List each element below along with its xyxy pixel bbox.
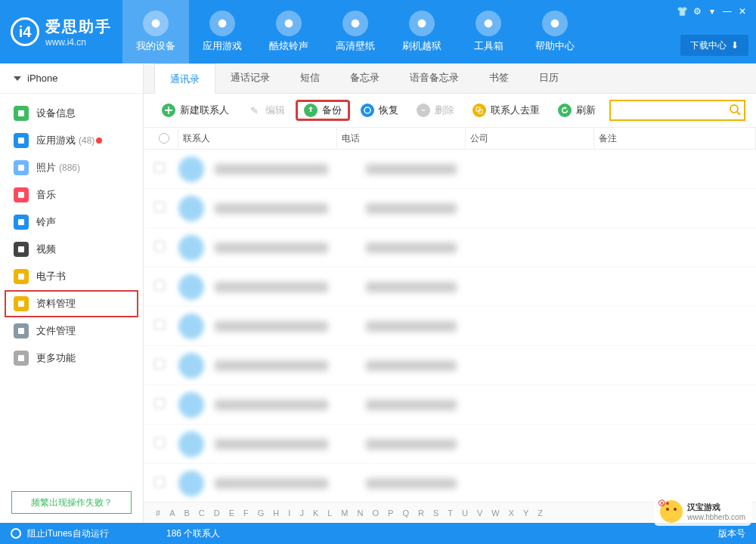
topnav-wrench[interactable]: 工具箱 — [455, 0, 522, 63]
shirt-icon[interactable]: 👕 — [674, 5, 689, 18]
new-contact-button[interactable]: 新建联系人 — [154, 100, 237, 120]
sidebar-count: (48) — [79, 135, 94, 146]
row-checkbox[interactable] — [154, 398, 178, 411]
sidebar-item-1[interactable]: 应用游戏(48) — [0, 127, 143, 154]
alpha-N[interactable]: N — [353, 508, 368, 518]
avatar — [178, 235, 204, 261]
col-remark[interactable]: 备注 — [594, 128, 756, 149]
col-phone[interactable]: 电话 — [337, 128, 466, 149]
tab-4[interactable]: 语音备忘录 — [395, 63, 474, 93]
row-checkbox[interactable] — [154, 202, 178, 215]
alpha-J[interactable]: J — [295, 508, 308, 518]
topnav-info[interactable]: 帮助中心 — [522, 0, 588, 63]
alpha-I[interactable]: I — [284, 508, 295, 518]
alpha-U[interactable]: U — [457, 508, 472, 518]
table-row[interactable] — [144, 425, 756, 464]
delete-button[interactable]: 删除 — [409, 100, 462, 120]
table-row[interactable] — [144, 385, 756, 425]
alpha-H[interactable]: H — [268, 508, 284, 518]
alpha-P[interactable]: P — [383, 508, 398, 518]
alpha-R[interactable]: R — [414, 508, 429, 518]
backup-button[interactable]: 备份 — [296, 100, 350, 121]
edit-button[interactable]: ✎ 编辑 — [240, 100, 293, 120]
topnav-app[interactable]: 应用游戏 — [189, 0, 256, 63]
alpha-G[interactable]: G — [253, 508, 269, 518]
restore-button[interactable]: 恢复 — [353, 100, 406, 120]
settings-icon[interactable]: ⚙ — [689, 5, 705, 18]
topnav-box[interactable]: 刷机越狱 — [389, 0, 455, 63]
search-box[interactable] — [609, 100, 745, 121]
delete-label: 删除 — [435, 104, 454, 117]
alpha-E[interactable]: E — [225, 508, 239, 518]
table-row[interactable] — [144, 228, 756, 267]
alpha-L[interactable]: L — [323, 508, 336, 518]
search-input[interactable] — [615, 105, 729, 116]
dropdown-icon[interactable]: ▾ — [705, 5, 720, 18]
sidebar-item-2[interactable]: 照片(886) — [0, 154, 143, 181]
sidebar-item-8[interactable]: 文件管理 — [0, 317, 143, 345]
alpha-C[interactable]: C — [194, 508, 209, 518]
avatar — [178, 274, 204, 300]
alpha-T[interactable]: T — [443, 508, 457, 518]
table-row[interactable] — [144, 307, 756, 346]
row-checkbox[interactable] — [154, 241, 178, 254]
col-company[interactable]: 公司 — [466, 128, 594, 149]
tab-0[interactable]: 通讯录 — [154, 63, 215, 94]
col-contact[interactable]: 联系人 — [178, 128, 337, 149]
row-checkbox[interactable] — [154, 359, 178, 372]
alpha-M[interactable]: M — [336, 508, 352, 518]
table-row[interactable] — [144, 267, 756, 307]
device-selector[interactable]: iPhone — [0, 63, 143, 94]
alpha-Z[interactable]: Z — [533, 508, 547, 518]
topnav-apple[interactable]: 我的设备 — [122, 0, 189, 63]
alpha-S[interactable]: S — [429, 508, 443, 518]
table-row[interactable] — [144, 189, 756, 228]
topnav-bell[interactable]: 酷炫铃声 — [256, 0, 322, 63]
sidebar-item-9[interactable]: 更多功能 — [0, 345, 143, 372]
alpha-Q[interactable]: Q — [398, 508, 414, 518]
tab-1[interactable]: 通话记录 — [215, 63, 285, 93]
status-left[interactable]: 阻止iTunes自动运行 — [11, 527, 109, 540]
table-row[interactable] — [144, 150, 756, 189]
alpha-B[interactable]: B — [179, 508, 194, 518]
row-checkbox[interactable] — [154, 477, 178, 490]
sidebar-item-5[interactable]: 视频 — [0, 236, 143, 263]
faq-button[interactable]: 频繁出现操作失败？ — [11, 491, 132, 514]
close-icon[interactable]: ✕ — [735, 5, 750, 18]
alpha-V[interactable]: V — [472, 508, 487, 518]
tab-6[interactable]: 日历 — [524, 63, 574, 93]
row-checkbox[interactable] — [154, 280, 178, 293]
alpha-#[interactable]: # — [151, 508, 165, 518]
alpha-F[interactable]: F — [239, 508, 253, 518]
alpha-X[interactable]: X — [504, 508, 519, 518]
topnav-wallpaper[interactable]: 高清壁纸 — [322, 0, 389, 63]
tab-5[interactable]: 书签 — [474, 63, 524, 93]
tab-3[interactable]: 备忘录 — [335, 63, 395, 93]
select-all-checkbox[interactable] — [154, 128, 178, 149]
minimize-icon[interactable]: — — [720, 5, 735, 18]
sidebar-item-0[interactable]: 设备信息 — [0, 100, 143, 127]
table-row[interactable] — [144, 346, 756, 385]
alpha-K[interactable]: K — [308, 508, 323, 518]
contact-phone — [366, 203, 457, 214]
alpha-O[interactable]: O — [367, 508, 383, 518]
alpha-A[interactable]: A — [165, 508, 179, 518]
sidebar-item-6[interactable]: 电子书 — [0, 263, 143, 290]
tab-2[interactable]: 短信 — [285, 63, 335, 93]
sidebar-item-7[interactable]: 资料管理 — [5, 290, 138, 317]
search-icon[interactable] — [729, 104, 741, 118]
alpha-W[interactable]: W — [487, 508, 503, 518]
alpha-Y[interactable]: Y — [519, 508, 533, 518]
status-version: 版本号 — [718, 527, 745, 540]
alpha-D[interactable]: D — [209, 508, 225, 518]
sidebar-item-4[interactable]: 铃声 — [0, 209, 143, 236]
row-checkbox[interactable] — [154, 437, 178, 450]
window-buttons: 👕 ⚙ ▾ — ✕ — [674, 5, 750, 18]
dedupe-button[interactable]: 联系人去重 — [465, 100, 547, 120]
row-checkbox[interactable] — [154, 162, 178, 175]
row-checkbox[interactable] — [154, 320, 178, 332]
download-center-button[interactable]: 下载中心 ⬇ — [680, 35, 748, 56]
refresh-button[interactable]: 刷新 — [550, 100, 603, 120]
table-row[interactable] — [144, 464, 756, 502]
sidebar-item-3[interactable]: 音乐 — [0, 181, 143, 209]
